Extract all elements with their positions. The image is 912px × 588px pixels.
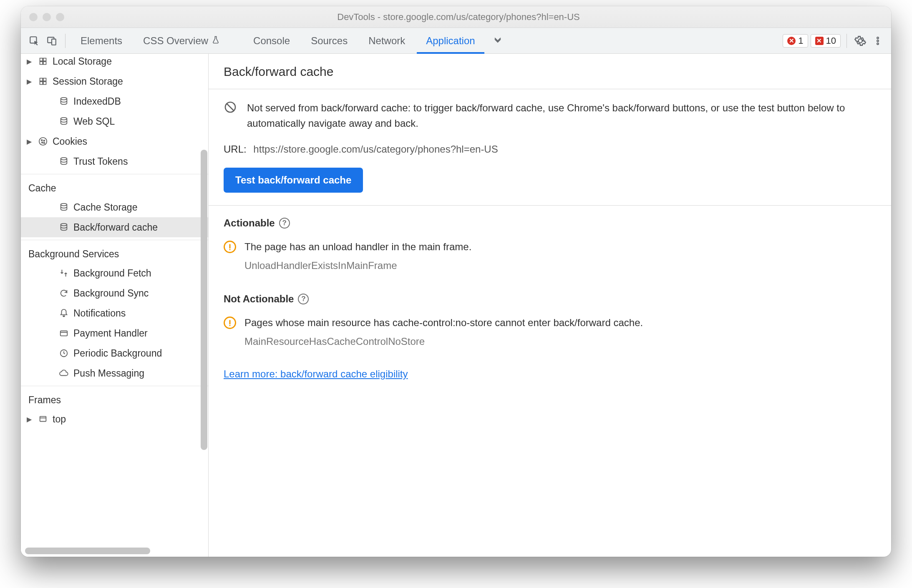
not-actionable-issue: Pages whose main resource has cache-cont…	[209, 308, 891, 350]
sidebar-item-top-frame[interactable]: ▶ top	[21, 409, 208, 429]
help-icon[interactable]: ?	[298, 294, 309, 304]
application-sidebar: Storage ▶ Local Storage ▶ Session Storag…	[21, 54, 209, 557]
database-icon	[58, 116, 69, 127]
error-counter[interactable]: ✕ 1	[783, 34, 808, 48]
expand-arrow-icon: ▶	[27, 58, 33, 65]
sidebar-item-label: Periodic Background	[73, 348, 162, 359]
tab-elements[interactable]: Elements	[71, 28, 131, 54]
learn-more-link[interactable]: Learn more: back/forward cache eligibili…	[209, 350, 891, 390]
svg-point-4	[877, 40, 879, 42]
sidebar-item-periodic[interactable]: Periodic Background	[21, 343, 208, 363]
tab-sources[interactable]: Sources	[302, 28, 357, 54]
horizontal-scrollbar[interactable]	[25, 548, 150, 554]
cloud-icon	[58, 368, 69, 379]
database-icon	[58, 222, 69, 233]
bell-icon	[58, 308, 69, 319]
svg-rect-7	[43, 58, 46, 61]
svg-rect-26	[40, 417, 46, 422]
issue-title: The page has an unload handler in the ma…	[244, 241, 471, 253]
sidebar-item-notifications[interactable]: Notifications	[21, 303, 208, 323]
sidebar-item-cookies[interactable]: ▶ Cookies	[21, 131, 208, 151]
sidebar-item-cache-storage[interactable]: Cache Storage	[21, 197, 208, 217]
database-icon	[58, 156, 69, 167]
svg-point-21	[61, 158, 67, 160]
svg-point-18	[43, 140, 45, 141]
sidebar-item-label: top	[53, 414, 66, 425]
fetch-icon	[58, 268, 69, 279]
sidebar-item-label: Push Messaging	[73, 368, 144, 379]
issue-icon: ✕	[815, 37, 824, 45]
actionable-issue: The page has an unload handler in the ma…	[209, 232, 891, 274]
svg-point-14	[61, 98, 67, 100]
actionable-heading: Actionable ?	[209, 206, 891, 232]
svg-rect-24	[60, 331, 68, 336]
tab-label: Network	[368, 35, 405, 47]
section-heading-cache: Cache	[21, 177, 208, 197]
settings-icon[interactable]	[853, 33, 868, 48]
inspect-icon[interactable]	[27, 33, 42, 48]
svg-point-15	[61, 118, 67, 120]
sidebar-item-label: Session Storage	[53, 76, 123, 87]
tab-console[interactable]: Console	[244, 28, 299, 54]
window-controls	[29, 13, 64, 21]
svg-point-5	[877, 43, 879, 45]
vertical-scrollbar[interactable]	[201, 150, 207, 450]
svg-point-19	[42, 142, 43, 143]
tab-css-overview[interactable]: CSS Overview	[134, 28, 229, 54]
sidebar-item-label: Notifications	[73, 308, 126, 319]
not-allowed-icon	[224, 100, 237, 114]
minimize-window-button[interactable]	[43, 13, 51, 21]
svg-point-23	[61, 224, 67, 226]
kebab-menu-icon[interactable]	[870, 33, 885, 48]
tab-label: Sources	[311, 35, 348, 47]
sidebar-item-label: Payment Handler	[73, 328, 148, 339]
heading-text: Not Actionable	[224, 293, 294, 305]
sidebar-item-local-storage[interactable]: ▶ Local Storage	[21, 54, 208, 71]
section-heading-bgservices: Background Services	[21, 243, 208, 263]
device-mode-icon[interactable]	[44, 33, 59, 48]
svg-rect-12	[40, 82, 43, 85]
zoom-window-button[interactable]	[56, 13, 64, 21]
clock-icon	[58, 348, 69, 359]
issue-counter[interactable]: ✕ 10	[811, 34, 841, 48]
devtools-body: Storage ▶ Local Storage ▶ Session Storag…	[21, 54, 891, 557]
error-count: 1	[798, 35, 803, 46]
sidebar-item-session-storage[interactable]: ▶ Session Storage	[21, 71, 208, 91]
divider	[21, 174, 208, 174]
more-tabs-icon[interactable]	[490, 33, 505, 48]
close-window-button[interactable]	[29, 13, 38, 21]
sidebar-item-push[interactable]: Push Messaging	[21, 363, 208, 383]
warning-icon	[224, 317, 236, 329]
experiment-icon	[212, 35, 220, 47]
section-heading-frames: Frames	[21, 389, 208, 409]
sidebar-item-bgfetch[interactable]: Background Fetch	[21, 263, 208, 283]
error-icon: ✕	[787, 37, 796, 45]
sidebar-item-payment[interactable]: Payment Handler	[21, 323, 208, 343]
tab-network[interactable]: Network	[359, 28, 414, 54]
svg-rect-8	[40, 62, 43, 65]
sidebar-item-trust-tokens[interactable]: Trust Tokens	[21, 151, 208, 171]
tab-application[interactable]: Application	[417, 28, 484, 54]
devtools-tabstrip: Elements CSS Overview Console Sources Ne…	[21, 28, 891, 54]
issue-count: 10	[826, 35, 836, 46]
storage-grid-icon	[38, 56, 48, 67]
sidebar-item-label: Cache Storage	[73, 202, 137, 213]
sidebar-item-label: Cookies	[53, 136, 87, 147]
svg-rect-13	[43, 82, 46, 85]
sidebar-item-bgsync[interactable]: Background Sync	[21, 283, 208, 303]
svg-point-22	[61, 204, 67, 206]
credit-card-icon	[58, 328, 69, 339]
sidebar-item-indexeddb[interactable]: IndexedDB	[21, 91, 208, 111]
sidebar-item-websql[interactable]: Web SQL	[21, 111, 208, 131]
test-bfcache-button[interactable]: Test back/forward cache	[224, 168, 363, 193]
sidebar-item-bfcache[interactable]: Back/forward cache	[21, 217, 208, 237]
url-row: URL: https://store.google.com/us/categor…	[224, 143, 876, 155]
url-value: https://store.google.com/us/category/pho…	[253, 143, 498, 155]
sidebar-item-label: Local Storage	[53, 56, 112, 67]
sidebar-item-label: Web SQL	[73, 116, 115, 127]
sync-icon	[58, 288, 69, 299]
separator	[846, 34, 847, 48]
help-icon[interactable]: ?	[279, 218, 290, 229]
database-icon	[58, 202, 69, 213]
expand-arrow-icon: ▶	[27, 415, 33, 423]
